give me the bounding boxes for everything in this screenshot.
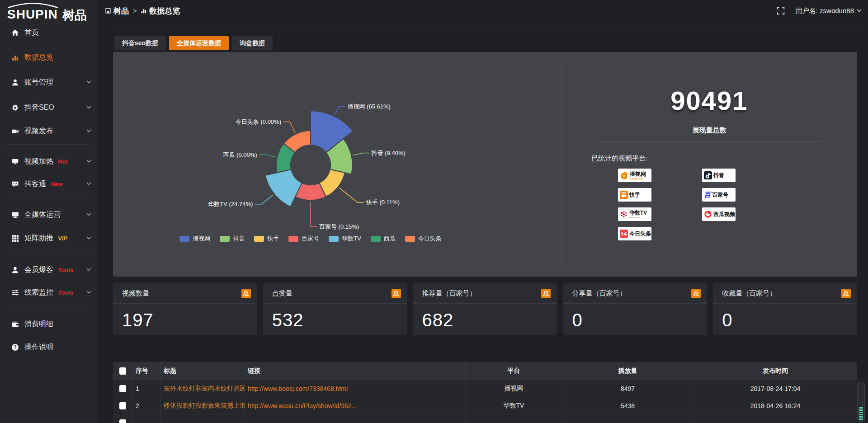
app-logo[interactable]: SHUPIN 树品 <box>6 2 97 23</box>
pie-label: 播视网 (65.61%) <box>348 103 391 110</box>
sidebar-divider <box>6 144 91 145</box>
pie-label: 快手 (0.11%) <box>366 199 400 206</box>
sidebar-item-6[interactable]: 抖客通New <box>0 175 98 193</box>
sidebar-item-label: 矩阵助推 <box>24 234 53 243</box>
sidebar-item-4[interactable]: 视频发布 <box>0 122 98 140</box>
pie-label-line <box>335 106 345 115</box>
sidebar-item-label: 视频加热 <box>24 157 53 166</box>
total-impressions-label: 展现量总数 <box>561 126 857 135</box>
stat-card-title: 推荐量（百家号） <box>422 289 476 298</box>
pie-label-line <box>339 188 364 202</box>
sidebar-item-0[interactable]: 首页 <box>0 24 98 42</box>
legend-item-2[interactable]: 快手 <box>254 235 279 243</box>
sidebar-item-1[interactable]: 数据总览 <box>0 48 98 66</box>
legend-item-3[interactable]: 百家号 <box>288 235 319 243</box>
platform-badge-kuaishou: 快手 <box>618 188 651 202</box>
sidebar-item-3[interactable]: 抖音SEO <box>0 99 98 117</box>
breadcrumb-separator: > <box>133 7 137 14</box>
cell-time: 2018-04-26 16:24 <box>693 397 857 414</box>
tab-1[interactable]: 全媒体运营数据 <box>169 36 229 50</box>
user-menu[interactable]: 用户名: zswodun88 <box>796 7 862 15</box>
legend-label: 华数TV <box>342 235 361 243</box>
cell-title[interactable]: 室外水纹灯和室内水纹灯的区别和简介 <box>161 380 245 397</box>
total-badge: 总 <box>392 289 401 298</box>
header-divider <box>113 27 857 27</box>
tab-2[interactable]: 询盘数据 <box>232 36 273 50</box>
sidebar-item-8[interactable]: 矩阵助推VIP <box>0 229 98 247</box>
user-icon <box>11 78 19 86</box>
svg-text:?: ? <box>14 345 16 350</box>
chevron-down-icon <box>86 106 91 109</box>
stat-cards: 视频数量总197点赞量总532推荐量（百家号）总682分享量（百家号）总0收藏量… <box>113 283 857 335</box>
platform-name: 抖音 <box>713 173 724 178</box>
platform-badge-wasu: 华数TVwasu.cn <box>618 207 651 221</box>
legend-item-5[interactable]: 西瓜 <box>371 235 396 243</box>
chevron-down-icon <box>86 80 91 84</box>
column-header-3: 平台 <box>466 362 562 380</box>
data-tabs: 抖音seo数据全媒体运营数据询盘数据 <box>114 36 273 50</box>
fullscreen-icon[interactable] <box>777 7 785 15</box>
sidebar-item-9[interactable]: 会员爆客Tools <box>0 261 98 279</box>
table-header-row: 序号标题链接平台播放量发布时间 <box>113 362 857 380</box>
cell-no: 1 <box>133 380 161 397</box>
stat-card-0: 视频数量总197 <box>113 283 257 335</box>
stat-card-4: 收藏量（百家号）总0 <box>713 283 857 335</box>
cell-no <box>133 414 161 423</box>
stat-card-value: 682 <box>413 304 557 330</box>
chat-icon <box>11 180 19 188</box>
platform-name: 华数TV <box>629 210 647 216</box>
platform-sub: wasu.cn <box>629 216 647 219</box>
legend-item-0[interactable]: 播视网 <box>179 235 210 243</box>
select-all-checkbox[interactable] <box>119 367 126 375</box>
row-checkbox[interactable] <box>119 402 126 409</box>
wasu-logo-icon <box>620 210 628 218</box>
breadcrumb-item-current[interactable]: 数据总览 <box>141 6 180 16</box>
cell-link <box>245 414 466 423</box>
pie-label: 今日头条 (0.00%) <box>236 118 281 125</box>
breadcrumb-item-home[interactable]: 树品 <box>105 6 129 16</box>
sidebar-item-10[interactable]: 线索监控Tools <box>0 283 98 301</box>
tab-0[interactable]: 抖音seo数据 <box>114 36 166 50</box>
sidebar-item-7[interactable]: 全媒体运营 <box>0 206 98 224</box>
sidebar-item-5[interactable]: 视频加热Hot <box>0 152 98 170</box>
total-badge: 总 <box>691 289 701 298</box>
platform-badge-baijiahao: 百百家号 <box>702 188 736 202</box>
help-icon: ? <box>11 343 19 351</box>
sidebar-item-badge: Tools <box>58 267 73 273</box>
legend-marker <box>329 236 339 242</box>
platform-badge-grid: 播视网boosj.com抖音快手百百家号华数TVwasu.cn西瓜视频头条今日头… <box>618 169 736 240</box>
chevron-down-icon <box>86 182 91 186</box>
chevron-down-icon <box>857 9 862 13</box>
legend-item-6[interactable]: 今日头条 <box>405 235 442 243</box>
row-checkbox-cell <box>113 380 133 397</box>
sidebar-item-label: 线索监控 <box>24 288 53 297</box>
bars-icon <box>141 8 147 14</box>
cell-platform: 播视网 <box>466 380 562 397</box>
cell-link[interactable]: http://www.boosj.com/7338468.html <box>245 380 466 397</box>
legend-item-1[interactable]: 抖音 <box>220 235 245 243</box>
platforms-label: 已统计的视频平台: <box>591 154 647 163</box>
scrollbar-widget[interactable] <box>857 382 865 422</box>
cell-link[interactable]: http://www.wasu.cn/Play/show/id/952... <box>245 397 466 414</box>
row-checkbox[interactable] <box>119 385 126 392</box>
pie-label-line <box>283 122 295 133</box>
sidebar-item-11[interactable]: 消费明细 <box>0 315 98 333</box>
sidebar-item-2[interactable]: 账号管理 <box>0 73 98 91</box>
legend-item-4[interactable]: 华数TV <box>329 235 361 243</box>
pie-slice[interactable] <box>265 169 302 207</box>
stat-card-2: 推荐量（百家号）总682 <box>413 283 557 335</box>
monitor-icon <box>11 211 19 219</box>
sidebar-item-12[interactable]: ?操作说明 <box>0 338 98 356</box>
person-icon <box>11 266 19 274</box>
legend-marker <box>220 236 230 242</box>
cell-title[interactable]: 楼体投影灯投影效果震撼上市 <box>161 397 245 414</box>
row-checkbox[interactable] <box>119 419 126 423</box>
legend-label: 百家号 <box>302 235 319 243</box>
stat-card-title: 收藏量（百家号） <box>722 289 776 298</box>
video-table: 序号标题链接平台播放量发布时间1室外水纹灯和室内水纹灯的区别和简介http://… <box>113 362 857 423</box>
username-label: 用户名: zswodun88 <box>796 7 854 15</box>
xigua-logo-icon <box>704 210 712 218</box>
pie-label-line <box>311 202 317 226</box>
platform-sub: boosj.com <box>630 177 646 180</box>
sliders-icon <box>11 288 19 296</box>
